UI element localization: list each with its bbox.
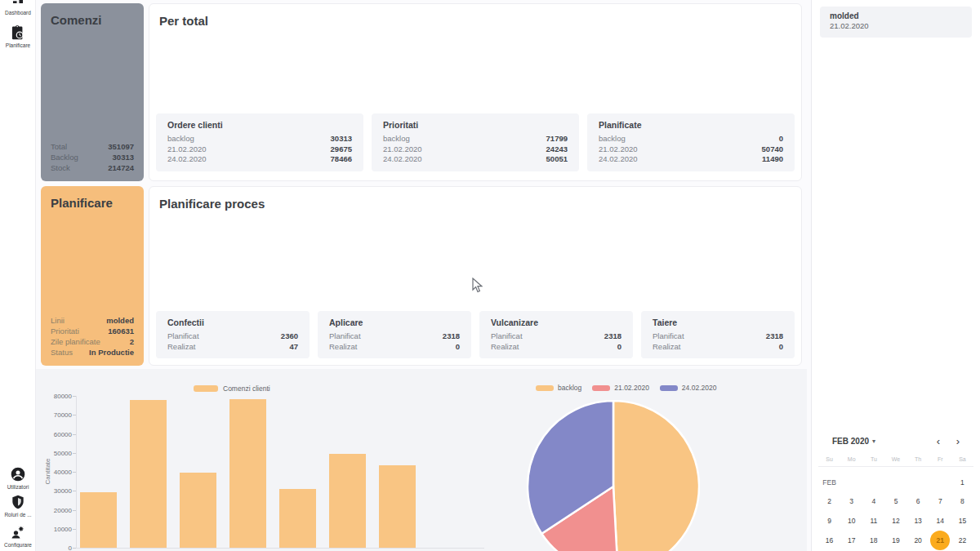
event-card[interactable]: molded 21.02.2020: [820, 7, 972, 38]
sidebar-item-label: Roluri de ...: [0, 512, 36, 518]
y-tick-mark: [73, 491, 76, 491]
y-tick-label: 60000: [39, 430, 72, 438]
calendar-day-5[interactable]: 5: [884, 491, 906, 511]
y-tick-mark: [73, 472, 76, 473]
calendar-day-15[interactable]: 15: [951, 511, 973, 531]
calendar-day-2[interactable]: 2: [818, 491, 840, 511]
comenzi-tile[interactable]: Comenzi Total351097Backlog30313Stock2147…: [41, 3, 144, 181]
stat-value: 351097: [108, 141, 134, 152]
stat-row: Realizat47: [167, 342, 298, 353]
stat-value: 29675: [331, 144, 352, 155]
calendar-day-22[interactable]: 22: [951, 531, 973, 550]
calendar-day-17[interactable]: 17: [840, 531, 862, 550]
stat-row: Planificat2318: [491, 331, 621, 342]
stat-value: molded: [106, 315, 134, 326]
stat-value: 0: [779, 134, 783, 144]
calendar-day-18[interactable]: 18: [862, 531, 884, 550]
calendar-day-header: Th: [907, 456, 929, 462]
calendar-day-6[interactable]: 6: [907, 491, 929, 511]
shield-icon: [10, 494, 26, 510]
stat-row: 21.02.202024243: [383, 144, 568, 155]
stat-value: 30313: [331, 134, 352, 144]
planificare-tile[interactable]: Planificare LiniimoldedPrioritati160631Z…: [41, 186, 144, 366]
dashboard-grid-icon: [10, 0, 26, 7]
calendar-divider: [818, 466, 973, 467]
stat-label: backlog: [599, 134, 626, 144]
pie-chart: backlog21.02.202024.02.2020: [523, 371, 807, 551]
stat-card: Planificatebacklog021.02.20205074024.02.…: [587, 113, 795, 171]
stat-value: 47: [289, 342, 298, 353]
calendar-week-row: 9101112131415: [818, 511, 973, 531]
stat-card: VulcanizarePlanificat2318Realizat0: [479, 311, 633, 358]
y-tick-mark: [73, 453, 76, 454]
clipboard-clock-icon: [10, 24, 26, 41]
stat-label: Planificat: [491, 331, 523, 342]
stat-card-title: Aplicare: [329, 318, 460, 327]
stat-label: Planificat: [167, 331, 199, 342]
calendar-day-20[interactable]: 20: [907, 531, 929, 550]
y-tick-mark: [73, 434, 76, 435]
calendar-day-11[interactable]: 11: [862, 511, 884, 531]
stat-label: Stock: [51, 162, 70, 173]
stat-row: backlog30313: [167, 134, 352, 144]
pie-chart-legend: backlog21.02.202024.02.2020: [536, 384, 723, 392]
chevron-down-icon: ▾: [872, 438, 875, 445]
calendar-month-label: FEB 2020: [832, 437, 869, 446]
calendar-empty-cell: [862, 473, 884, 492]
stat-value: 2318: [443, 331, 460, 342]
bar: [379, 465, 416, 548]
stat-card-title: Vulcanizare: [491, 318, 621, 327]
stat-value: 11490: [762, 154, 783, 165]
calendar-prev-button[interactable]: ‹: [931, 434, 946, 449]
planificare-tile-rows: LiniimoldedPrioritati160631Zile planific…: [51, 315, 134, 358]
y-tick-label: 20000: [39, 506, 72, 513]
stat-card: Ordere clientibacklog3031321.02.20202967…: [156, 113, 363, 171]
stat-row: StatusIn Productie: [51, 347, 134, 358]
stat-value: 50740: [762, 144, 783, 155]
calendar-day-7[interactable]: 7: [929, 491, 951, 511]
calendar-day-13[interactable]: 13: [907, 511, 929, 531]
calendar-next-button[interactable]: ›: [951, 434, 965, 449]
stat-label: Realizat: [329, 342, 357, 353]
calendar-day-12[interactable]: 12: [884, 511, 906, 531]
calendar-day-header: Mo: [840, 456, 862, 462]
calendar-day-header: Sa: [951, 456, 973, 462]
calendar-day-1[interactable]: 1: [951, 473, 973, 492]
planificare-proces-panel: Planificare proces ConfectiiPlanificat23…: [149, 186, 802, 366]
bar-chart-xaxis: [76, 548, 484, 549]
stat-label: Total: [51, 141, 67, 152]
stat-card-title: Ordere clienti: [167, 120, 352, 130]
dashboard-app: DashboardPlanificareUtilizatoriRoluri de…: [0, 0, 980, 551]
calendar-day-3[interactable]: 3: [840, 491, 862, 511]
stat-label: Status: [51, 347, 73, 358]
stat-value: 214724: [108, 162, 134, 173]
stat-label: Zile planificate: [51, 336, 100, 347]
sidebar-item-label: Planificare: [0, 42, 36, 48]
calendar-day-9[interactable]: 9: [818, 511, 840, 531]
stat-label: Realizat: [167, 342, 195, 353]
stat-value: 0: [779, 342, 783, 353]
calendar-week-row: 2345678: [818, 491, 973, 511]
calendar-day-16[interactable]: 16: [818, 531, 840, 550]
calendar-month-dropdown[interactable]: FEB 2020 ▾: [832, 437, 875, 446]
stat-row: backlog71799: [383, 134, 568, 144]
planificare-proces-title: Planificare proces: [158, 195, 793, 211]
calendar-empty-cell: [884, 473, 906, 492]
comenzi-tile-title: Comenzi: [51, 13, 134, 27]
calendar-week-row: FEB1: [818, 473, 973, 492]
stat-row: Realizat0: [329, 342, 460, 353]
stat-label: Backlog: [51, 152, 78, 162]
y-tick-label: 10000: [39, 525, 72, 532]
calendar-day-19[interactable]: 19: [884, 531, 906, 550]
stat-value: 2318: [766, 331, 783, 342]
comenzi-tile-rows: Total351097Backlog30313Stock214724: [51, 141, 134, 173]
calendar-day-4[interactable]: 4: [862, 491, 884, 511]
calendar-day-21[interactable]: 21: [929, 531, 951, 550]
calendar-day-10[interactable]: 10: [840, 511, 862, 531]
calendar-day-8[interactable]: 8: [951, 491, 973, 511]
calendar-day-14[interactable]: 14: [929, 511, 951, 531]
calendar-day-header: Tu: [862, 456, 884, 462]
legend-label: 21.02.2020: [614, 384, 649, 392]
bar-chart: Comenzi clienti Cantitate 01000020000300…: [36, 371, 526, 551]
stat-card: TaierePlanificat2318Realizat0: [641, 311, 795, 358]
